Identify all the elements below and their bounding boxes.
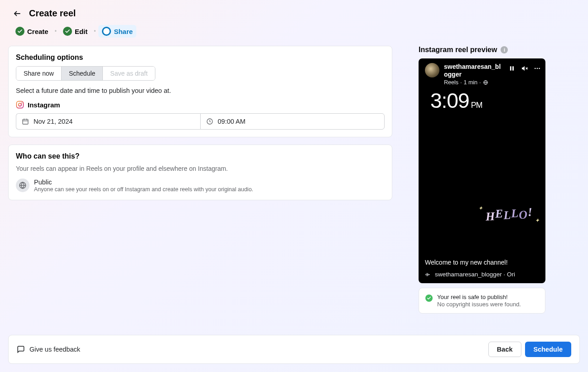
svg-rect-1 — [17, 101, 24, 108]
step-label: Share — [114, 28, 133, 35]
svg-rect-4 — [23, 119, 28, 124]
share-now-button[interactable]: Share now — [16, 67, 62, 80]
schedule-mode-toggle: Share now Schedule Save as draft — [16, 66, 155, 81]
audio-wave-icon — [425, 272, 430, 277]
avatar — [425, 63, 439, 77]
mute-icon[interactable] — [521, 65, 528, 72]
more-icon[interactable] — [534, 65, 541, 72]
step-create[interactable]: Create — [12, 25, 52, 38]
reel-meta: Reels · 1 min · — [444, 79, 503, 86]
svg-rect-11 — [510, 66, 511, 70]
visibility-option-public[interactable]: Public Anyone can see your reels on or o… — [16, 179, 385, 193]
check-icon — [15, 27, 24, 36]
reel-caption: Welcome to my new channel! — [425, 259, 539, 266]
visibility-subtitle: Your reels can appear in Reels on your p… — [16, 165, 385, 172]
svg-rect-12 — [512, 66, 514, 70]
feedback-link[interactable]: Give us feedback — [17, 345, 80, 353]
back-button[interactable]: Back — [488, 342, 521, 357]
pause-icon[interactable] — [508, 65, 516, 72]
page-title: Create reel — [29, 8, 76, 19]
step-label: Create — [27, 28, 48, 35]
globe-icon — [16, 179, 29, 192]
schedule-button[interactable]: Schedule — [62, 67, 103, 80]
svg-rect-19 — [427, 273, 428, 276]
check-circle-icon — [425, 295, 433, 302]
visibility-option-desc: Anyone can see your reels on or off Inst… — [34, 186, 253, 193]
check-icon — [63, 27, 72, 36]
schedule-help-text: Select a future date and time to publish… — [16, 87, 385, 94]
platform-label: Instagram — [28, 101, 60, 109]
reel-clock-overlay: 3:09 PM — [430, 88, 482, 113]
back-arrow-icon[interactable] — [13, 9, 22, 18]
info-icon[interactable]: i — [501, 46, 508, 53]
visibility-title: Who can see this? — [16, 152, 385, 160]
svg-rect-21 — [429, 274, 430, 275]
save-draft-button: Save as draft — [103, 67, 155, 80]
svg-point-2 — [19, 103, 21, 106]
step-edit[interactable]: Edit — [59, 25, 91, 38]
svg-point-15 — [535, 68, 536, 69]
svg-point-16 — [537, 68, 538, 69]
visibility-card: Who can see this? Your reels can appear … — [8, 145, 392, 200]
instagram-icon — [16, 101, 24, 109]
clock-icon — [206, 118, 213, 125]
reel-hello-sticker: ✦ HELLO! ✦ — [485, 207, 533, 222]
scheduling-title: Scheduling options — [16, 53, 385, 62]
scheduling-card: Scheduling options Share now Schedule Sa… — [8, 46, 392, 137]
reel-preview: swethamaresan_blogger Reels · 1 min · — [419, 58, 545, 283]
reel-audio-row: swethamaresan_blogger · Ori — [425, 271, 545, 278]
visibility-option-name: Public — [34, 179, 253, 186]
svg-rect-20 — [428, 274, 429, 275]
schedule-submit-button[interactable]: Schedule — [525, 342, 571, 357]
safety-title: Your reel is safe to publish! — [437, 294, 521, 300]
time-value: 09:00 AM — [218, 118, 246, 125]
svg-point-17 — [539, 68, 540, 69]
safety-card: Your reel is safe to publish! No copyrig… — [419, 288, 545, 314]
svg-point-3 — [21, 102, 22, 103]
preview-title: Instagram reel preview — [419, 46, 497, 54]
date-value: Nov 21, 2024 — [34, 118, 72, 125]
reel-username: swethamaresan_blogger — [444, 63, 503, 78]
globe-icon — [483, 80, 488, 85]
svg-rect-18 — [426, 274, 427, 275]
active-step-icon — [102, 27, 111, 36]
safety-subtitle: No copyright issues were found. — [437, 301, 521, 308]
stepper: Create • Edit • Share — [12, 25, 580, 38]
calendar-icon — [22, 118, 29, 125]
step-label: Edit — [75, 28, 87, 35]
step-share[interactable]: Share — [98, 25, 136, 38]
feedback-icon — [17, 345, 25, 353]
date-input[interactable]: Nov 21, 2024 — [16, 113, 200, 130]
time-input[interactable]: 09:00 AM — [200, 113, 385, 130]
footer-bar: Give us feedback Back Schedule — [8, 335, 580, 364]
